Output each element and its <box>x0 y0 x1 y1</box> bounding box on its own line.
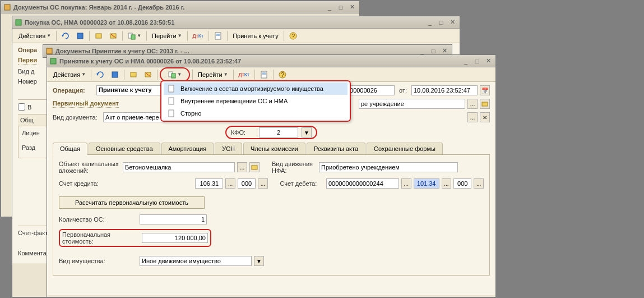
credit-label: Счет кредита: <box>59 180 119 187</box>
recalc-button[interactable]: Рассчитать первоначальную стоимость <box>59 196 205 209</box>
dropdown-button[interactable]: ▼ <box>254 256 264 266</box>
select-button[interactable]: ... <box>401 178 411 189</box>
credit-account[interactable] <box>195 178 223 189</box>
dropdown-button[interactable]: ▼ <box>302 127 312 137</box>
menu-item-storno[interactable]: Сторно <box>164 107 348 120</box>
refresh-icon[interactable] <box>59 30 72 42</box>
save-icon[interactable] <box>108 69 122 80</box>
tab-act-details[interactable]: Реквизиты акта <box>307 143 365 154</box>
tab-fixed-assets[interactable]: Основные средства <box>89 143 160 154</box>
menu-item-internal-move[interactable]: Внутреннее перемещение ОС и НМА <box>164 95 348 107</box>
titlebar: Принятие к учету ОС и НМА 00000026 от 10… <box>47 55 495 67</box>
cost-label: Первоначальная стоимость: <box>62 231 140 245</box>
institution-field[interactable] <box>359 99 465 109</box>
minimize-button[interactable]: _ <box>325 3 335 12</box>
qty-field[interactable] <box>140 214 207 224</box>
report-icon[interactable] <box>211 30 225 42</box>
actions-button[interactable]: Действия▼ <box>16 30 54 42</box>
select-button[interactable]: ... <box>225 178 235 189</box>
date-field[interactable] <box>411 85 478 95</box>
checkbox-v[interactable] <box>18 103 25 111</box>
calendar-icon[interactable]: 📅 <box>480 85 490 95</box>
svg-rect-4 <box>96 34 101 38</box>
doc-type-field[interactable] <box>103 112 165 122</box>
toolbar: Действия▼ ▼ Перейти▼ ДтКт Принять к учет… <box>12 29 460 43</box>
highlight-kfo: КФО: ▼ <box>225 126 317 139</box>
refresh-icon[interactable] <box>94 69 107 80</box>
help-icon[interactable]: ? <box>286 30 300 42</box>
input-based-icon[interactable]: ▼ <box>165 69 184 80</box>
input-based-dropdown: Включение в состав амортизируемого имуще… <box>160 80 351 122</box>
select-button[interactable]: ... <box>258 178 268 189</box>
accept-button[interactable]: Принять к учету <box>230 30 281 42</box>
operation-value[interactable]: Принятие к учету <box>96 85 161 95</box>
post-icon[interactable] <box>127 69 140 80</box>
svg-rect-17 <box>112 72 118 77</box>
window-title: Документы Принятие к учету ОС: 2013 г. -… <box>55 48 417 54</box>
select-button[interactable]: ... <box>467 112 478 122</box>
comment-label: Коммента <box>18 250 47 256</box>
post-icon[interactable] <box>92 30 105 42</box>
tab-saved-forms[interactable]: Сохраненные формы <box>367 143 443 154</box>
dtkt-icon[interactable]: ДтКт <box>236 69 253 80</box>
document-icon <box>49 57 57 65</box>
capital-field[interactable] <box>123 162 235 172</box>
svg-marker-2 <box>62 35 64 37</box>
maximize-button[interactable]: □ <box>336 3 346 12</box>
svg-rect-14 <box>47 48 52 54</box>
debit-kbk[interactable] <box>326 178 399 189</box>
property-field[interactable] <box>140 256 252 266</box>
movement-field[interactable] <box>319 162 458 172</box>
menu-item-amortization[interactable]: Включение в состав амортизируемого имуще… <box>164 82 348 95</box>
tab-amortization[interactable]: Амортизация <box>161 143 214 154</box>
open-button[interactable] <box>249 162 260 172</box>
maximize-button[interactable]: □ <box>472 57 482 66</box>
select-button[interactable]: ... <box>474 178 484 189</box>
actions-button[interactable]: Действия▼ <box>50 69 89 80</box>
cost-field[interactable] <box>142 233 208 243</box>
help-icon[interactable]: ? <box>276 69 289 80</box>
svg-rect-30 <box>169 110 174 117</box>
svg-rect-28 <box>169 85 174 92</box>
window-title: Покупка ОС, НМА 00000023 от 10.08.2016 2… <box>25 19 425 26</box>
debit-account[interactable] <box>414 178 439 189</box>
number-field[interactable] <box>348 85 395 95</box>
select-button[interactable]: ... <box>467 99 478 109</box>
capital-label: Объект капитальных вложений: <box>59 161 121 174</box>
dtkt-icon[interactable]: ДтКт <box>190 30 207 42</box>
goto-button[interactable]: Перейти▼ <box>195 69 231 80</box>
svg-text:?: ? <box>281 71 284 78</box>
tab-usn[interactable]: УСН <box>215 143 242 154</box>
input-based-icon[interactable]: ▼ <box>125 30 144 42</box>
unpost-icon[interactable] <box>141 69 155 80</box>
minimize-button[interactable]: _ <box>425 18 435 27</box>
svg-rect-0 <box>4 4 10 10</box>
minimize-button[interactable]: _ <box>461 57 471 66</box>
credit-sub[interactable] <box>238 178 256 189</box>
svg-rect-15 <box>50 58 56 64</box>
select-button[interactable]: ... <box>442 178 452 189</box>
document-icon <box>15 19 22 26</box>
invoice-label: Счет-факту <box>18 230 51 236</box>
highlight-input-based: ▼ <box>160 67 190 82</box>
open-button[interactable] <box>480 99 490 109</box>
close-button[interactable]: ✕ <box>447 18 457 27</box>
maximize-button[interactable]: □ <box>436 18 446 27</box>
tab-content-general: Объект капитальных вложений: ... Вид дви… <box>53 155 490 276</box>
save-icon[interactable] <box>73 30 87 42</box>
kfo-field[interactable] <box>259 127 298 137</box>
debit-sub[interactable] <box>453 178 471 189</box>
unpost-icon[interactable] <box>106 30 120 42</box>
goto-button[interactable]: Перейти▼ <box>149 30 185 42</box>
tab-commission[interactable]: Члены комиссии <box>243 143 305 154</box>
doc-type-label: Вид документа: <box>53 114 101 121</box>
svg-rect-9 <box>215 33 221 39</box>
report-icon[interactable] <box>257 69 271 80</box>
close-button[interactable]: ✕ <box>347 3 357 12</box>
tab-general[interactable]: Общая <box>53 143 87 155</box>
window-accept-form: Принятие к учету ОС и НМА 00000026 от 10… <box>47 54 496 297</box>
document-icon <box>166 84 177 94</box>
select-button[interactable]: ... <box>237 162 247 172</box>
clear-button[interactable]: ✕ <box>480 112 490 122</box>
close-button[interactable]: ✕ <box>483 57 493 66</box>
